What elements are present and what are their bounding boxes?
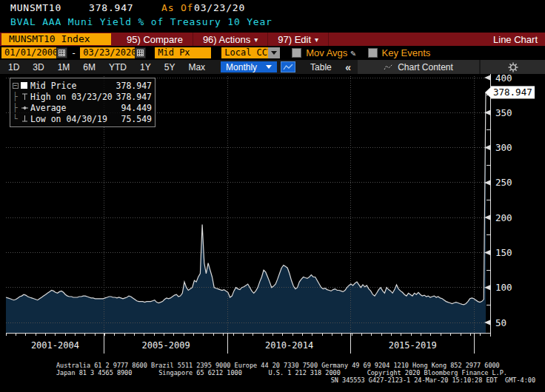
svg-text:378.947: 378.947 [493, 87, 532, 98]
chart-legend: Mid Price 378.947 High on 03/23/20 378.9… [10, 78, 156, 127]
svg-text:150: 150 [495, 247, 512, 258]
function-title: Line Chart [493, 34, 545, 45]
chart-content-button[interactable]: Chart Content [358, 60, 479, 74]
edit-menu-label: 97) Edit [278, 34, 311, 45]
svg-text:350: 350 [495, 107, 512, 118]
low-marker-icon [21, 114, 30, 124]
svg-text:100: 100 [495, 282, 512, 293]
compare-menu[interactable]: 95) Compare [117, 33, 193, 46]
svg-text:400: 400 [495, 74, 512, 84]
tree-branch-icon [13, 114, 21, 124]
legend-expander-icon[interactable] [13, 83, 19, 89]
last-price: 378.947 [89, 2, 133, 13]
date-to-calendar-button[interactable] [135, 47, 146, 58]
footer-line-2: Japan 81 3 4565 8900 Singapore 65 6212 1… [0, 369, 545, 376]
chevron-down-icon: ▾ [254, 36, 258, 44]
as-of-date: 03/23/20 [194, 2, 245, 13]
actions-menu-label: 96) Actions [203, 34, 250, 45]
sparkline-icon [384, 63, 393, 71]
series-swatch[interactable] [21, 82, 27, 89]
chart-region: 2001-20042005-20092010-20142015-20195010… [0, 74, 545, 360]
legend-row-average: Average 94.449 [13, 102, 152, 113]
currency-select[interactable]: Local CCY [221, 47, 268, 58]
period-button-1m[interactable]: 1M [53, 62, 75, 72]
compare-menu-label: 95) Compare [127, 34, 183, 45]
legend-row-low: Low on 04/30/19 75.549 [13, 113, 152, 124]
tree-branch-icon [13, 103, 21, 112]
svg-text:2005-2009: 2005-2009 [142, 340, 190, 351]
chevron-down-icon [266, 65, 272, 69]
period-button-6m[interactable]: 6M [78, 62, 100, 72]
footer-line-1: Australia 61 2 9777 8600 Brazil 5511 239… [0, 362, 545, 369]
calendar-icon [58, 50, 65, 56]
average-marker-icon [21, 103, 30, 112]
table-button[interactable]: Table [310, 62, 332, 72]
svg-text:2015-2019: 2015-2019 [389, 340, 437, 351]
legend-label: Mid Price [30, 81, 116, 91]
footer-line-3: SN 345553 G427-2123-1 24-Mar-20 15:10:28… [0, 376, 545, 384]
as-of-label: As Of [161, 2, 193, 13]
chart-toolbar: 1D 3D 1M 6M YTD 1Y 5Y Max Monthly Table … [0, 60, 545, 74]
chevron-down-icon: ▾ [315, 36, 318, 44]
legend-row-mid-price: Mid Price 378.947 [13, 80, 152, 91]
menu-bar: MUNSMT10 Index 95) Compare 96) Actions ▾… [0, 33, 545, 46]
legend-value: 378.947 [116, 92, 152, 102]
svg-text:200: 200 [495, 212, 512, 223]
period-button-1y[interactable]: 1Y [136, 62, 156, 72]
chart-content-label: Chart Content [398, 62, 453, 72]
legend-value: 75.549 [121, 114, 152, 124]
period-button-max[interactable]: Max [184, 62, 210, 72]
svg-text:50: 50 [495, 317, 506, 328]
period-button-ytd[interactable]: YTD [104, 62, 131, 72]
legend-label: Low on 04/30/19 [30, 114, 121, 124]
settings-button[interactable] [481, 60, 545, 74]
date-from-calendar-button[interactable] [56, 47, 67, 58]
price-field-input[interactable]: Mid Px [155, 47, 211, 58]
frequency-label: Monthly [226, 62, 257, 72]
mov-avgs-label[interactable]: Mov Avgs [306, 47, 347, 58]
period-button-1d[interactable]: 1D [4, 62, 24, 72]
legend-value: 94.449 [121, 103, 152, 113]
legend-label: High on 03/23/20 [30, 92, 116, 102]
tree-branch-icon [13, 92, 21, 101]
security-ticker: MUNSMT10 [10, 2, 61, 13]
security-input[interactable]: MUNSMT10 Index [1, 33, 111, 45]
chart-type-button[interactable] [281, 61, 295, 72]
chevron-down-icon [271, 51, 277, 55]
edit-menu[interactable]: 97) Edit ▾ [268, 33, 329, 46]
mov-avgs-checkbox[interactable] [292, 48, 301, 58]
frequency-dropdown[interactable]: Monthly [221, 61, 277, 72]
pencil-icon[interactable]: ✎ [350, 48, 355, 58]
header-line-1: MUNSMT10 378.947 As Of 03/23/20 [0, 2, 545, 16]
date-range-separator: - [71, 48, 76, 58]
legend-label: Average [30, 103, 121, 113]
period-button-5y[interactable]: 5Y [160, 62, 180, 72]
legend-row-high: High on 03/23/20 378.947 [13, 91, 152, 102]
currency-dropdown-button[interactable] [268, 47, 280, 58]
high-marker-icon [21, 92, 30, 101]
gear-icon [508, 62, 518, 72]
security-description: BVAL AAA Muni Yield % of Treasury 10 Yea… [10, 16, 272, 30]
svg-text:2001-2004: 2001-2004 [31, 340, 79, 351]
terminal-footer: Australia 61 2 9777 8600 Brazil 5511 239… [0, 362, 545, 384]
legend-value: 378.947 [116, 81, 152, 91]
key-events-checkbox[interactable] [368, 48, 378, 58]
date-from-input[interactable]: 01/01/2000 [1, 47, 56, 58]
period-button-3d[interactable]: 3D [28, 62, 48, 72]
line-chart-icon [283, 63, 293, 71]
svg-text:300: 300 [495, 142, 512, 153]
collapse-panel-button[interactable]: « [338, 61, 358, 73]
date-to-input[interactable]: 03/23/2020 [80, 47, 135, 58]
chart-controls-row: 01/01/2000 - 03/23/2020 Mid Px Local CCY… [1, 47, 545, 59]
calendar-icon [137, 50, 144, 56]
actions-menu[interactable]: 96) Actions ▾ [193, 33, 268, 46]
key-events-label[interactable]: Key Events [382, 47, 431, 58]
svg-text:250: 250 [495, 177, 512, 188]
svg-text:2010-2014: 2010-2014 [265, 340, 313, 351]
